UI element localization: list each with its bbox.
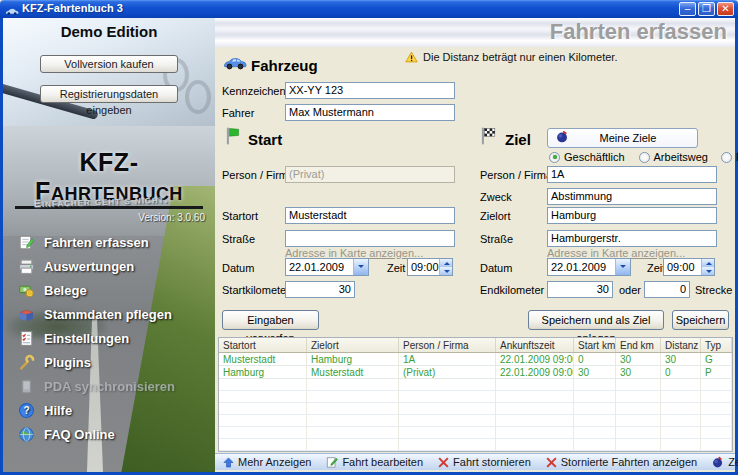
- spin-up-icon[interactable]: [701, 259, 714, 267]
- radio-label[interactable]: Arbeitsweg: [654, 151, 708, 163]
- cell: 0: [661, 366, 701, 378]
- col-end-km[interactable]: End km: [616, 338, 661, 352]
- zielort-field[interactable]: Hamburg: [547, 207, 717, 224]
- cell: Hamburg: [307, 353, 399, 365]
- strecke-label: Strecke: [695, 284, 732, 296]
- stornierte-fahrten-anzeigen-button[interactable]: Stornierte Fahrten anzeigen: [546, 456, 697, 468]
- ziel-zeit-spinner[interactable]: 09:00: [663, 258, 715, 276]
- globe-pin-icon: [556, 129, 569, 147]
- col-startort[interactable]: Startort: [219, 338, 307, 352]
- cell: Hamburg: [219, 366, 307, 378]
- vehicle-section-title: Fahrzeug: [251, 57, 318, 74]
- save-button[interactable]: Speichern: [672, 310, 729, 330]
- close-button[interactable]: ✕: [717, 2, 734, 16]
- radio-privat[interactable]: [721, 152, 732, 163]
- table-row[interactable]: Musterstadt Hamburg 1A 22.01.2009 09:00 …: [219, 353, 732, 366]
- sidebar-item-stammdaten-pflegen[interactable]: Stammdaten pflegen: [18, 302, 211, 326]
- table-header: Startort Zielort Person / Firma Ankunfts…: [219, 338, 732, 353]
- radio-label[interactable]: Geschäftlich: [564, 151, 625, 163]
- minimize-button[interactable]: –: [679, 2, 696, 16]
- help-icon: ?: [18, 402, 35, 419]
- tools-icon: [18, 354, 35, 371]
- footer-toolbar: Mehr Anzeigen Fahrt bearbeiten Fahrt sto…: [215, 453, 735, 470]
- startort-label: Startort: [222, 210, 258, 222]
- red-x-icon: [438, 457, 449, 468]
- sidebar-item-fahrten-erfassen[interactable]: Fahrten erfassen: [18, 230, 211, 254]
- minimize-icon: –: [685, 3, 691, 14]
- edit-icon: [326, 456, 338, 468]
- fahrt-stornieren-button[interactable]: Fahrt stornieren: [438, 456, 531, 468]
- discard-button[interactable]: Eingaben verwerfen: [222, 310, 319, 330]
- col-start-km[interactable]: Start km: [574, 338, 616, 352]
- enter-registration-button[interactable]: Registrierungsdaten eingeben: [40, 85, 178, 103]
- sidebar-item-belege[interactable]: Belege: [18, 278, 211, 302]
- meine-ziele-label: Meine Ziele: [569, 132, 697, 144]
- ziel-datum-combo[interactable]: 22.01.2009: [547, 258, 631, 276]
- chevron-down-icon[interactable]: [353, 259, 368, 275]
- spin-down-icon[interactable]: [439, 267, 452, 275]
- fahrt-bearbeiten-button[interactable]: Fahrt bearbeiten: [326, 456, 423, 468]
- col-person-firma[interactable]: Person / Firma: [399, 338, 496, 352]
- zweck-field[interactable]: Abstimmung: [547, 188, 717, 205]
- car-icon: [223, 56, 247, 74]
- fahrer-field[interactable]: Max Mustermann: [285, 104, 455, 121]
- sidebar-item-label: Plugins: [44, 355, 91, 370]
- start-datum-combo[interactable]: 22.01.2009: [285, 258, 369, 276]
- window-title: KFZ-Fahrtenbuch 3: [22, 2, 123, 14]
- spin-down-icon[interactable]: [701, 267, 714, 275]
- cell: 22.01.2009 09:00: [496, 353, 574, 365]
- table-row[interactable]: Hamburg Musterstadt (Privat) 22.01.2009 …: [219, 366, 732, 379]
- pda-icon: [18, 378, 35, 395]
- zeige-fahrt-in-karte-button[interactable]: Zeige Fahrt in Karte: [712, 456, 738, 468]
- globe-icon: [18, 426, 35, 443]
- sidebar-item-hilfe[interactable]: ? Hilfe: [18, 398, 211, 422]
- col-typ[interactable]: Typ: [701, 338, 732, 352]
- note-pencil-icon: [18, 234, 35, 251]
- ziel-person-field[interactable]: 1A: [547, 166, 717, 183]
- start-strasse-field[interactable]: [285, 230, 455, 247]
- radio-arbeitsweg[interactable]: [639, 152, 650, 163]
- sidebar-item-label: Fahrten erfassen: [44, 235, 149, 250]
- arrow-up-icon: [223, 457, 234, 468]
- zweck-label: Zweck: [480, 191, 512, 203]
- warning-icon: [405, 51, 418, 63]
- sidebar-item-label: Stammdaten pflegen: [44, 307, 172, 322]
- startkilometer-label: Startkilometer: [222, 284, 290, 296]
- maximize-icon: ❐: [702, 3, 711, 14]
- footer-item-label: Fahrt stornieren: [453, 456, 531, 468]
- endkilometer-field[interactable]: 30: [547, 281, 613, 298]
- buy-full-version-button[interactable]: Vollversion kaufen: [40, 55, 178, 73]
- warning-text: Die Distanz beträgt nur einen Kilometer.: [423, 51, 617, 63]
- spiral-ring: [185, 80, 211, 114]
- startkilometer-field[interactable]: 30: [285, 281, 355, 298]
- empty-row: [219, 403, 732, 415]
- sidebar-item-plugins[interactable]: Plugins: [18, 350, 211, 374]
- col-zielort[interactable]: Zielort: [307, 338, 399, 352]
- start-zeit-label: Zeit: [387, 262, 405, 274]
- cell: 30: [616, 353, 661, 365]
- mehr-anzeigen-button[interactable]: Mehr Anzeigen: [223, 456, 311, 468]
- start-zeit-spinner[interactable]: 09:00: [407, 258, 453, 276]
- sidebar-item-auswertungen[interactable]: Auswertungen: [18, 254, 211, 278]
- sidebar-item-faq-online[interactable]: FAQ Online: [18, 422, 211, 446]
- ziel-strasse-field[interactable]: Hamburgerstr.: [547, 230, 717, 247]
- globe-pin-icon: [712, 456, 724, 468]
- chevron-down-icon[interactable]: [615, 259, 630, 275]
- col-ankunftszeit[interactable]: Ankunftszeit: [496, 338, 574, 352]
- start-person-field: (Privat): [285, 166, 455, 183]
- start-datum-label: Datum: [222, 262, 254, 274]
- kennzeichen-field[interactable]: XX-YY 123: [285, 82, 455, 99]
- sidebar-item-einstellungen[interactable]: Einstellungen: [18, 326, 211, 350]
- sidebar-item-label: Belege: [44, 283, 87, 298]
- save-and-ziel-button[interactable]: Speichern und als Ziel anlegen: [528, 310, 664, 330]
- col-distanz[interactable]: Distanz: [661, 338, 701, 352]
- receipts-icon: [18, 282, 35, 299]
- radio-geschaeftlich[interactable]: [549, 152, 560, 163]
- cell: Musterstadt: [219, 353, 307, 365]
- startort-field[interactable]: Musterstadt: [285, 207, 455, 224]
- cell: Musterstadt: [307, 366, 399, 378]
- maximize-button[interactable]: ❐: [698, 2, 715, 16]
- spin-up-icon[interactable]: [439, 259, 452, 267]
- strecke-field[interactable]: 0: [644, 281, 690, 298]
- meine-ziele-button[interactable]: Meine Ziele: [547, 128, 698, 148]
